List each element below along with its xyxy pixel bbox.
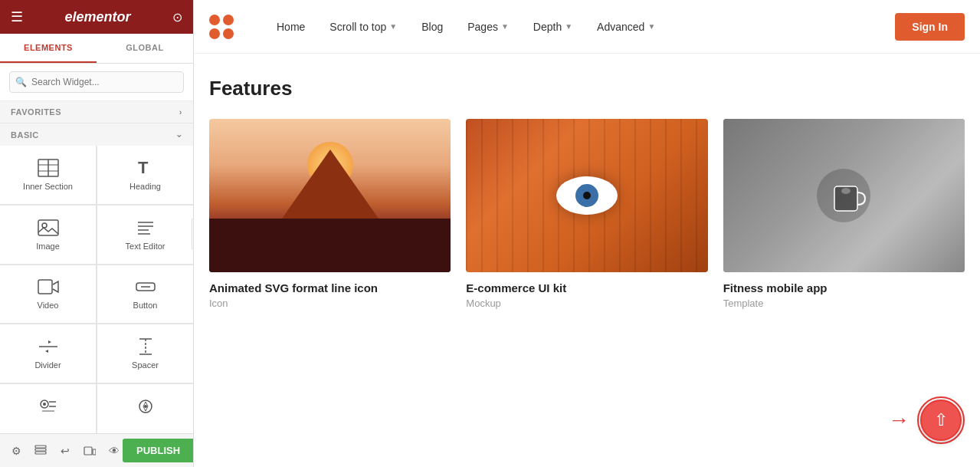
card-1[interactable]: Animated SVG format line icon Icon: [209, 119, 451, 309]
card-3-subtitle: Template: [723, 298, 965, 309]
widget-divider-label: Divider: [34, 360, 61, 370]
inner-section-icon: [38, 159, 59, 177]
eye-icon[interactable]: 👁: [106, 442, 123, 459]
card-2-image: [466, 119, 707, 272]
nav-link-depth[interactable]: Depth ▼: [521, 21, 585, 33]
nav-logo: [209, 15, 234, 39]
coffee-icon-svg: [813, 165, 874, 226]
publish-btn-wrapper: PUBLISH ▼: [123, 439, 194, 462]
widget-image[interactable]: Image: [0, 206, 96, 264]
nav-link-scroll-to-top[interactable]: Scroll to top ▼: [317, 21, 409, 33]
hamburger-icon[interactable]: ☰: [11, 8, 23, 25]
sidebar-header: ☰ elementor ⊙: [0, 0, 193, 34]
nav-link-advanced[interactable]: Advanced ▼: [585, 21, 667, 33]
favorites-label: FAVORITES: [11, 107, 61, 117]
svg-point-35: [841, 188, 851, 194]
card-2-subtitle: Mockup: [466, 298, 707, 309]
eye-pupil: [575, 184, 598, 207]
bottom-icons: ⚙ ↩ 👁: [8, 442, 123, 459]
chevron-right-icon: ›: [179, 107, 182, 117]
features-title: Features: [209, 77, 965, 100]
widget-10[interactable]: [97, 384, 193, 433]
widget-heading-label: Heading: [129, 182, 161, 191]
card-3-image: [723, 119, 965, 272]
search-input[interactable]: [9, 71, 184, 93]
scroll-to-top-button[interactable]: ⇧: [920, 400, 962, 441]
main-area: Home Scroll to top ▼ Blog Pages ▼ Depth …: [194, 0, 980, 467]
arrow-indicator-icon: →: [888, 408, 910, 432]
card-2-title: E-commerce UI kit: [466, 281, 707, 294]
divider-icon: [38, 337, 59, 356]
grid-icon[interactable]: ⊙: [172, 10, 182, 25]
layers-icon[interactable]: [32, 442, 49, 459]
widgets-grid: Inner Section T Heading Image Text Edito…: [0, 146, 193, 433]
widget-inner-section[interactable]: Inner Section: [0, 146, 96, 204]
settings-icon[interactable]: ⚙: [8, 442, 25, 459]
widget-divider[interactable]: Divider: [0, 324, 96, 383]
svg-point-27: [144, 405, 147, 408]
widget-heading[interactable]: T Heading: [97, 146, 193, 204]
nav-link-pages[interactable]: Pages ▼: [455, 21, 521, 33]
elementor-logo: elementor: [64, 9, 130, 25]
widget-text-editor-label: Text Editor: [126, 242, 166, 251]
responsive-icon[interactable]: [81, 442, 98, 459]
publish-button[interactable]: PUBLISH: [123, 439, 194, 462]
trees-shape: [209, 219, 451, 272]
sign-in-button[interactable]: Sign In: [895, 13, 965, 41]
logo-dot-2: [223, 15, 234, 25]
mountain-shape: [277, 150, 384, 226]
search-bar: 🔍: [0, 64, 193, 101]
scroll-top-highlight: ⇧: [917, 396, 965, 444]
widget-9-icon: [38, 397, 59, 416]
logo-dots: [209, 15, 234, 39]
widget-inner-section-label: Inner Section: [23, 182, 73, 191]
svg-text:T: T: [138, 159, 149, 177]
card-2[interactable]: E-commerce UI kit Mockup: [466, 119, 707, 309]
top-nav: Home Scroll to top ▼ Blog Pages ▼ Depth …: [194, 0, 980, 54]
basic-label: BASIC: [11, 130, 39, 140]
svg-rect-29: [35, 452, 46, 454]
widget-button[interactable]: Button: [97, 265, 193, 324]
svg-marker-15: [48, 340, 51, 344]
widget-spacer[interactable]: Spacer: [97, 324, 193, 383]
widget-video[interactable]: Video: [0, 265, 96, 324]
widget-text-editor[interactable]: Text Editor: [97, 206, 193, 264]
eye-shape: [556, 176, 618, 215]
sidebar-tabs: ELEMENTS GLOBAL: [0, 34, 193, 64]
widget-10-icon: [135, 397, 156, 416]
sidebar-bottom: ⚙ ↩ 👁 PUBLISH ▼: [0, 433, 193, 467]
tab-elements[interactable]: ELEMENTS: [0, 34, 97, 63]
card-3[interactable]: Fitness mobile app Template: [723, 119, 965, 309]
card-1-image: [209, 119, 451, 272]
widget-video-label: Video: [38, 301, 59, 310]
svg-rect-30: [35, 446, 46, 448]
svg-point-21: [43, 403, 46, 406]
tab-global[interactable]: GLOBAL: [97, 34, 193, 63]
nav-link-home[interactable]: Home: [264, 21, 317, 33]
logo-dot-4: [223, 28, 234, 39]
card-3-title: Fitness mobile app: [723, 281, 965, 294]
svg-rect-11: [38, 280, 52, 294]
svg-marker-16: [45, 350, 48, 353]
section-favorites[interactable]: FAVORITES ›: [0, 101, 193, 123]
image-icon: [38, 219, 59, 237]
content-area: Features Animated SVG format line icon I…: [194, 54, 980, 467]
svg-rect-31: [84, 447, 92, 455]
widget-9[interactable]: [0, 384, 96, 433]
logo-dot-1: [209, 15, 220, 25]
heading-icon: T: [135, 159, 156, 177]
svg-point-6: [42, 223, 47, 228]
text-editor-icon: [135, 219, 156, 237]
widget-button-label: Button: [133, 301, 158, 310]
svg-rect-32: [93, 449, 96, 455]
nav-link-blog[interactable]: Blog: [409, 21, 455, 33]
widget-spacer-label: Spacer: [132, 360, 159, 370]
nav-links: Home Scroll to top ▼ Blog Pages ▼ Depth …: [264, 21, 895, 33]
sidebar: ☰ elementor ⊙ ELEMENTS GLOBAL 🔍 FAVORITE…: [0, 0, 194, 467]
section-basic[interactable]: BASIC ⌄: [0, 123, 193, 146]
undo-icon[interactable]: ↩: [57, 442, 74, 459]
widget-image-label: Image: [36, 242, 60, 251]
svg-rect-28: [35, 449, 46, 451]
scroll-top-area: → ⇧: [888, 396, 965, 444]
advanced-chevron: ▼: [647, 22, 655, 31]
